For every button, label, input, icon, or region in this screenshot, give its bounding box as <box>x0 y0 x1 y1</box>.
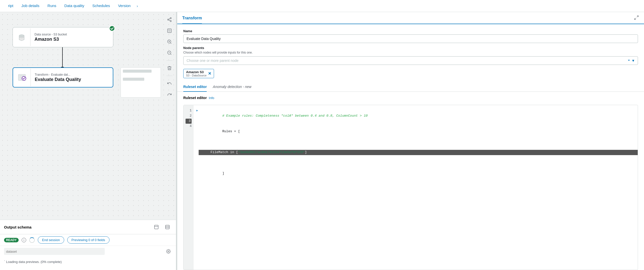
left-panel: Data source - S3 bucket Amazon S3 <box>0 12 176 270</box>
node-parents-hint: Choose which nodes will provide inputs f… <box>183 51 638 54</box>
output-schema-header: Output schema <box>0 220 176 234</box>
parent-select[interactable]: Choose one or more parent node <box>183 56 638 65</box>
node-s3-icon <box>13 28 30 46</box>
node-amazon-s3[interactable]: Data source - S3 bucket Amazon S3 <box>13 27 113 47</box>
parent-tag-title: Amazon S3 <box>186 70 206 74</box>
svg-rect-5 <box>19 79 22 79</box>
code-string-value: "3ee0d8617ac041793154713e5ef8f319" <box>238 150 305 154</box>
svg-line-19 <box>170 54 171 55</box>
zoom-in-button[interactable] <box>165 37 174 46</box>
svg-rect-21 <box>155 225 158 229</box>
node-dq-name: Evaluate Data Quality <box>35 77 109 82</box>
toolbar-divider <box>166 60 172 61</box>
svg-line-15 <box>170 43 171 44</box>
gutter-line-2: 2 <box>186 113 192 119</box>
zoom-out-button[interactable] <box>165 48 174 57</box>
gutter-line-1: 1 <box>186 108 192 113</box>
toolbar-divider-2 <box>166 76 172 76</box>
code-editor[interactable]: 1 2 3 4 # Example rules: Completeness "c… <box>183 105 638 270</box>
tab-anomaly-detection[interactable]: Anomaly detection - new <box>213 82 251 92</box>
tab-data-quality[interactable]: Data quality <box>60 1 88 11</box>
ruleset-info-link[interactable]: Info <box>209 96 214 100</box>
tab-script[interactable]: ript <box>4 1 17 11</box>
transform-panel-header: Transform <box>177 12 644 24</box>
bottom-info-row: READY i End session Previewing 0 of 0 fi… <box>0 234 176 246</box>
code-line-2: Rules = [ <box>222 129 240 133</box>
code-content[interactable]: # Example rules: Completeness "colA" bet… <box>199 105 638 270</box>
dataset-input[interactable] <box>4 248 105 255</box>
canvas-toolbar <box>163 12 176 220</box>
right-panel: Transform Name Node parents Choose which… <box>177 12 644 270</box>
canvas-area[interactable]: Data source - S3 bucket Amazon S3 <box>0 12 176 220</box>
svg-point-9 <box>170 20 171 22</box>
expand-icon[interactable] <box>163 222 172 232</box>
node-dq-icon <box>13 69 31 86</box>
svg-point-8 <box>168 19 169 20</box>
node-parents-label: Node parents <box>183 46 638 50</box>
svg-line-10 <box>169 20 170 21</box>
undo-button[interactable] <box>165 79 174 88</box>
collapse-icon[interactable] <box>152 222 161 232</box>
gutter-line-3: 3 <box>186 119 192 124</box>
settings-icon[interactable] <box>165 248 172 255</box>
ruleset-title: Ruleset editor <box>183 96 207 100</box>
end-session-button[interactable]: End session <box>38 236 64 244</box>
loading-text: ` Loading data previews. (0% complete) <box>0 257 176 267</box>
share-button[interactable] <box>165 15 174 24</box>
tab-version[interactable]: Version <box>114 1 135 11</box>
code-line-3-highlight: FileMatch in ["3ee0d8617ac041793154713e5… <box>199 150 638 155</box>
gutter-line-4: 4 <box>186 124 192 129</box>
svg-rect-13 <box>168 30 170 32</box>
right-panel-tabs: Ruleset editor Anomaly detection - new <box>177 82 644 92</box>
output-schema-icons <box>152 222 172 232</box>
redo-button[interactable] <box>165 90 174 99</box>
ruleset-section: Ruleset editor Info <box>177 92 644 105</box>
svg-point-7 <box>170 18 171 19</box>
minimap <box>121 67 161 98</box>
code-line-1: # Example rules: Completeness "colA" bet… <box>222 114 368 118</box>
code-expand-arrow[interactable] <box>194 105 199 270</box>
tab-job-details[interactable]: Job details <box>17 1 44 11</box>
parent-select-container: Choose one or more parent node ▼ <box>183 56 638 65</box>
tab-runs[interactable]: Runs <box>44 1 60 11</box>
node-dq-info: Transform - Evaluate dat... Evaluate Dat… <box>31 70 113 85</box>
svg-line-28 <box>635 18 636 19</box>
node-success-badge <box>109 25 115 31</box>
tabs-more-button[interactable]: › <box>135 1 140 11</box>
svg-rect-23 <box>166 225 169 229</box>
node-evaluate-dq[interactable]: Transform - Evaluate dat... Evaluate Dat… <box>13 67 113 87</box>
ready-badge: READY <box>4 238 19 242</box>
node-dq-type: Transform - Evaluate dat... <box>35 73 109 76</box>
svg-point-1 <box>110 26 115 31</box>
ruleset-header: Ruleset editor Info <box>183 96 638 100</box>
node-s3-type: Data source - S3 bucket <box>34 33 109 36</box>
dataset-row <box>0 246 176 257</box>
name-input[interactable] <box>183 34 638 43</box>
connection-line <box>62 47 63 67</box>
panel-expand-icon[interactable] <box>634 15 639 21</box>
svg-line-11 <box>169 18 170 19</box>
output-schema-panel: Output schema <box>0 220 176 270</box>
delete-button[interactable] <box>165 64 174 73</box>
info-icon[interactable]: i <box>22 238 26 242</box>
name-section: Name <box>177 24 644 46</box>
parent-tag-remove-button[interactable]: ✕ <box>208 72 211 76</box>
tab-schedules[interactable]: Schedules <box>88 1 114 11</box>
loading-spinner <box>29 237 35 243</box>
transform-panel-title: Transform <box>182 12 202 24</box>
svg-point-0 <box>19 35 24 37</box>
main-content: Data source - S3 bucket Amazon S3 <box>0 12 644 270</box>
svg-line-27 <box>637 16 638 17</box>
node-s3-name: Amazon S3 <box>34 37 109 42</box>
node-s3-info: Data source - S3 bucket Amazon S3 <box>30 30 113 44</box>
parent-tag-sub: S3 - DataSource <box>186 74 206 77</box>
output-schema-title: Output schema <box>4 225 31 229</box>
preview-button[interactable]: Previewing 0 of 0 fields <box>67 236 110 244</box>
node-parents-section: Node parents Choose which nodes will pro… <box>177 46 644 82</box>
fit-to-screen-button[interactable] <box>165 26 174 35</box>
code-gutter: 1 2 3 4 <box>184 105 194 270</box>
parent-tag-amazon-s3: Amazon S3 S3 - DataSource ✕ <box>183 69 214 78</box>
name-label: Name <box>183 29 638 33</box>
svg-point-26 <box>168 251 169 252</box>
tab-ruleset-editor[interactable]: Ruleset editor <box>183 82 207 92</box>
